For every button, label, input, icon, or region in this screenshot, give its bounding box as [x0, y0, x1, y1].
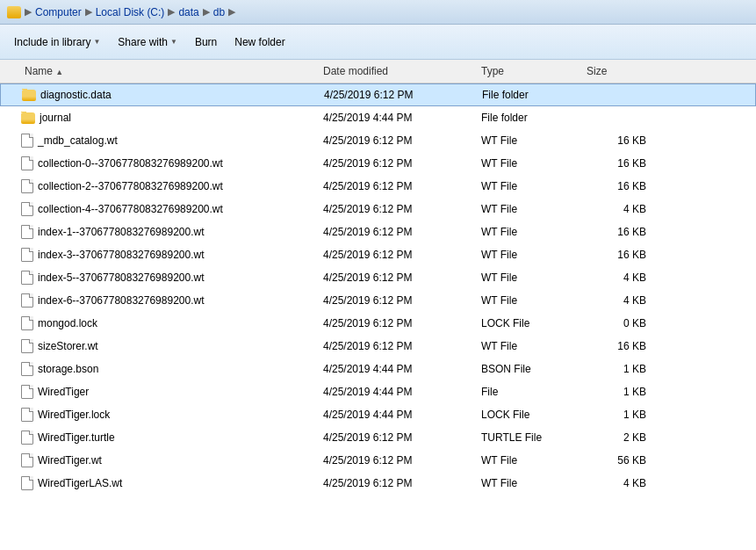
file-name: WiredTiger.lock [21, 408, 320, 422]
include-in-library-button[interactable]: Include in library ▼ [7, 33, 107, 52]
file-icon [21, 271, 33, 285]
file-date: 4/25/2019 6:12 PM [320, 157, 478, 170]
table-row[interactable]: index-5--3706778083276989200.wt 4/25/201… [0, 266, 756, 289]
share-with-button[interactable]: Share with ▼ [111, 33, 184, 52]
file-type: WT File [478, 157, 583, 170]
folder-icon [7, 6, 21, 18]
table-row[interactable]: journal 4/25/2019 4:44 PM File folder [0, 106, 756, 129]
table-row[interactable]: storage.bson 4/25/2019 4:44 PM BSON File… [0, 358, 756, 380]
file-size: 16 KB [583, 134, 653, 147]
file-size: 1 KB [583, 409, 653, 421]
file-name: WiredTiger.turtle [21, 431, 320, 445]
file-size: 16 KB [583, 180, 653, 192]
file-size: 4 KB [583, 294, 653, 307]
col-name[interactable]: Name ▲ [21, 63, 320, 79]
file-date: 4/25/2019 4:44 PM [320, 112, 478, 124]
file-type: TURTLE File [478, 431, 583, 444]
breadcrumb-db[interactable]: db [213, 6, 225, 18]
file-date: 4/25/2019 6:12 PM [320, 271, 478, 284]
folder-icon [22, 90, 36, 101]
file-date: 4/25/2019 6:12 PM [320, 317, 478, 329]
file-type: WT File [478, 294, 583, 307]
file-date: 4/25/2019 6:12 PM [320, 226, 478, 238]
col-type[interactable]: Type [478, 63, 583, 79]
file-name: collection-2--3706778083276989200.wt [21, 179, 320, 193]
table-row[interactable]: diagnostic.data 4/25/2019 6:12 PM File f… [0, 83, 756, 106]
file-size: 16 KB [583, 249, 653, 261]
breadcrumb-computer[interactable]: Computer [35, 6, 82, 18]
file-type: WT File [478, 454, 583, 467]
burn-button[interactable]: Burn [188, 33, 224, 52]
new-folder-label: New folder [234, 36, 284, 48]
file-name: sizeStorer.wt [21, 339, 320, 353]
new-folder-button[interactable]: New folder [227, 33, 292, 52]
file-date: 4/25/2019 6:12 PM [320, 294, 478, 307]
file-icon [21, 476, 33, 490]
file-type: WT File [478, 477, 583, 489]
table-row[interactable]: sizeStorer.wt 4/25/2019 6:12 PM WT File … [0, 335, 756, 358]
table-row[interactable]: WiredTiger 4/25/2019 4:44 PM File 1 KB [0, 380, 756, 403]
file-type: File folder [479, 89, 584, 101]
file-size: 0 KB [583, 317, 653, 329]
table-row[interactable]: mongod.lock 4/25/2019 6:12 PM LOCK File … [0, 312, 756, 335]
table-row[interactable]: WiredTigerLAS.wt 4/25/2019 6:12 PM WT Fi… [0, 472, 756, 495]
share-with-label: Share with [118, 36, 168, 48]
col-date[interactable]: Date modified [320, 63, 478, 79]
table-row[interactable]: collection-0--3706778083276989200.wt 4/2… [0, 152, 756, 175]
file-size: 2 KB [583, 431, 653, 444]
file-size: 16 KB [583, 226, 653, 238]
file-name: mongod.lock [21, 316, 320, 330]
file-name: index-5--3706778083276989200.wt [21, 271, 320, 285]
file-name: _mdb_catalog.wt [21, 134, 320, 148]
file-type: WT File [478, 340, 583, 352]
file-icon [21, 248, 33, 262]
file-type: WT File [478, 249, 583, 261]
file-date: 4/25/2019 6:12 PM [320, 249, 478, 261]
file-size: 4 KB [583, 203, 653, 215]
breadcrumb-localdisk[interactable]: Local Disk (C:) [96, 6, 165, 18]
file-date: 4/25/2019 4:44 PM [320, 386, 478, 398]
include-in-library-label: Include in library [14, 36, 90, 48]
file-icon [21, 362, 33, 376]
file-date: 4/25/2019 4:44 PM [320, 363, 478, 375]
table-row[interactable]: collection-4--3706778083276989200.wt 4/2… [0, 198, 756, 221]
toolbar: Include in library ▼ Share with ▼ Burn N… [0, 25, 756, 60]
file-type: File [478, 386, 583, 398]
table-row[interactable]: WiredTiger.lock 4/25/2019 4:44 PM LOCK F… [0, 403, 756, 426]
burn-label: Burn [195, 36, 217, 48]
file-size: 1 KB [583, 363, 653, 375]
file-size: 4 KB [583, 271, 653, 284]
table-row[interactable]: WiredTiger.wt 4/25/2019 6:12 PM WT File … [0, 449, 756, 472]
file-date: 4/25/2019 4:44 PM [320, 409, 478, 421]
sort-arrow-name: ▲ [55, 68, 63, 76]
file-date: 4/25/2019 6:12 PM [320, 477, 478, 489]
table-row[interactable]: index-6--3706778083276989200.wt 4/25/201… [0, 289, 756, 312]
file-date: 4/25/2019 6:12 PM [320, 134, 478, 147]
table-row[interactable]: _mdb_catalog.wt 4/25/2019 6:12 PM WT Fil… [0, 129, 756, 152]
col-size[interactable]: Size [583, 63, 653, 79]
table-row[interactable]: WiredTiger.turtle 4/25/2019 6:12 PM TURT… [0, 426, 756, 449]
file-type: LOCK File [478, 317, 583, 329]
file-size: 56 KB [583, 454, 653, 467]
table-row[interactable]: index-1--3706778083276989200.wt 4/25/201… [0, 221, 756, 243]
file-icon [21, 431, 33, 445]
file-icon [21, 293, 33, 308]
table-row[interactable]: index-3--3706778083276989200.wt 4/25/201… [0, 243, 756, 266]
file-type: WT File [478, 203, 583, 215]
file-type: BSON File [478, 363, 583, 375]
file-icon [21, 179, 33, 193]
file-icon [21, 134, 33, 148]
file-type: WT File [478, 271, 583, 284]
file-name: collection-4--3706778083276989200.wt [21, 202, 320, 216]
breadcrumb-data[interactable]: data [178, 6, 198, 18]
file-date: 4/25/2019 6:12 PM [320, 340, 478, 352]
file-date: 4/25/2019 6:12 PM [320, 203, 478, 215]
file-size: 16 KB [583, 340, 653, 352]
table-row[interactable]: collection-2--3706778083276989200.wt 4/2… [0, 175, 756, 198]
file-list: diagnostic.data 4/25/2019 6:12 PM File f… [0, 83, 756, 547]
file-date: 4/25/2019 6:12 PM [320, 431, 478, 444]
share-with-arrow: ▼ [170, 38, 177, 46]
folder-icon [21, 112, 35, 124]
file-name: index-6--3706778083276989200.wt [21, 293, 320, 308]
file-icon [21, 408, 33, 422]
